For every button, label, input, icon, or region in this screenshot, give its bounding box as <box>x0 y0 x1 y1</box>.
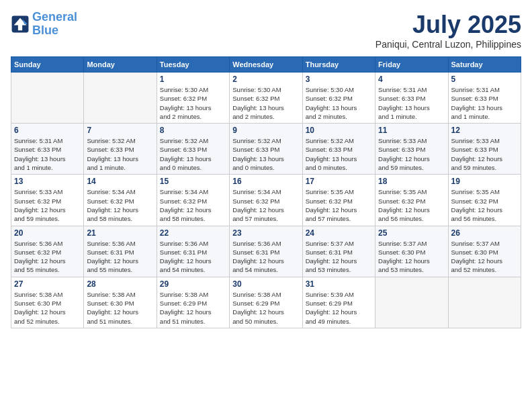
day-number: 5 <box>451 75 518 84</box>
day-info: Sunrise: 5:30 AM Sunset: 6:32 PM Dayligh… <box>306 85 372 121</box>
day-info: Sunrise: 5:31 AM Sunset: 6:33 PM Dayligh… <box>451 85 518 121</box>
calendar-cell: 9Sunrise: 5:32 AM Sunset: 6:33 PM Daylig… <box>230 124 302 175</box>
calendar-cell: 5Sunrise: 5:31 AM Sunset: 6:33 PM Daylig… <box>448 73 521 124</box>
day-number: 28 <box>87 279 153 289</box>
calendar-cell: 30Sunrise: 5:38 AM Sunset: 6:29 PM Dayli… <box>230 277 302 328</box>
day-info: Sunrise: 5:39 AM Sunset: 6:29 PM Dayligh… <box>306 290 372 326</box>
day-number: 25 <box>378 228 445 238</box>
weekday-row: SundayMondayTuesdayWednesdayThursdayFrid… <box>11 57 521 73</box>
calendar-cell: 23Sunrise: 5:36 AM Sunset: 6:31 PM Dayli… <box>230 226 302 277</box>
day-number: 30 <box>232 279 299 289</box>
day-info: Sunrise: 5:33 AM Sunset: 6:32 PM Dayligh… <box>14 187 81 223</box>
day-info: Sunrise: 5:32 AM Sunset: 6:33 PM Dayligh… <box>87 136 153 172</box>
day-number: 26 <box>451 228 518 238</box>
day-number: 20 <box>14 228 81 238</box>
day-info: Sunrise: 5:32 AM Sunset: 6:33 PM Dayligh… <box>160 136 226 172</box>
day-number: 10 <box>306 126 372 135</box>
day-info: Sunrise: 5:31 AM Sunset: 6:33 PM Dayligh… <box>378 85 445 121</box>
calendar-cell: 21Sunrise: 5:36 AM Sunset: 6:31 PM Dayli… <box>84 226 157 277</box>
calendar-cell: 6Sunrise: 5:31 AM Sunset: 6:33 PM Daylig… <box>11 124 84 175</box>
calendar-cell: 20Sunrise: 5:36 AM Sunset: 6:32 PM Dayli… <box>11 226 84 277</box>
calendar-table: SundayMondayTuesdayWednesdayThursdayFrid… <box>11 56 521 328</box>
day-number: 24 <box>306 228 372 238</box>
calendar-cell: 27Sunrise: 5:38 AM Sunset: 6:30 PM Dayli… <box>11 277 84 328</box>
calendar-cell: 10Sunrise: 5:32 AM Sunset: 6:33 PM Dayli… <box>302 124 375 175</box>
day-number: 11 <box>378 126 445 135</box>
calendar-week-2: 6Sunrise: 5:31 AM Sunset: 6:33 PM Daylig… <box>11 124 521 175</box>
day-info: Sunrise: 5:37 AM Sunset: 6:30 PM Dayligh… <box>378 239 445 275</box>
calendar-cell <box>448 277 521 328</box>
weekday-header-monday: Monday <box>84 57 157 73</box>
page-header: General Blue July 2025 Paniqui, Central … <box>11 11 521 50</box>
calendar-cell: 1Sunrise: 5:30 AM Sunset: 6:32 PM Daylig… <box>157 73 229 124</box>
month-title: July 2025 <box>375 11 521 39</box>
day-number: 6 <box>14 126 81 135</box>
calendar-week-3: 13Sunrise: 5:33 AM Sunset: 6:32 PM Dayli… <box>11 175 521 226</box>
calendar-cell: 26Sunrise: 5:37 AM Sunset: 6:30 PM Dayli… <box>448 226 521 277</box>
day-info: Sunrise: 5:32 AM Sunset: 6:33 PM Dayligh… <box>306 136 372 172</box>
day-number: 16 <box>232 177 299 186</box>
day-number: 12 <box>451 126 518 135</box>
day-info: Sunrise: 5:38 AM Sunset: 6:29 PM Dayligh… <box>232 290 299 326</box>
calendar-cell: 11Sunrise: 5:33 AM Sunset: 6:33 PM Dayli… <box>375 124 448 175</box>
weekday-header-sunday: Sunday <box>11 57 84 73</box>
title-block: July 2025 Paniqui, Central Luzon, Philip… <box>375 11 521 50</box>
calendar-week-5: 27Sunrise: 5:38 AM Sunset: 6:30 PM Dayli… <box>11 277 521 328</box>
day-info: Sunrise: 5:33 AM Sunset: 6:33 PM Dayligh… <box>378 136 445 172</box>
day-number: 9 <box>232 126 299 135</box>
day-info: Sunrise: 5:34 AM Sunset: 6:32 PM Dayligh… <box>232 187 299 223</box>
day-info: Sunrise: 5:38 AM Sunset: 6:30 PM Dayligh… <box>87 290 153 326</box>
day-number: 21 <box>87 228 153 238</box>
day-number: 7 <box>87 126 153 135</box>
calendar-cell: 3Sunrise: 5:30 AM Sunset: 6:32 PM Daylig… <box>302 73 375 124</box>
day-info: Sunrise: 5:38 AM Sunset: 6:29 PM Dayligh… <box>160 290 226 326</box>
logo-line1: General <box>32 10 77 24</box>
day-info: Sunrise: 5:35 AM Sunset: 6:32 PM Dayligh… <box>306 187 372 223</box>
calendar-header: SundayMondayTuesdayWednesdayThursdayFrid… <box>11 57 521 73</box>
calendar-cell: 22Sunrise: 5:36 AM Sunset: 6:31 PM Dayli… <box>157 226 229 277</box>
day-number: 27 <box>14 279 81 289</box>
calendar-cell: 2Sunrise: 5:30 AM Sunset: 6:32 PM Daylig… <box>230 73 302 124</box>
calendar-cell: 13Sunrise: 5:33 AM Sunset: 6:32 PM Dayli… <box>11 175 84 226</box>
day-info: Sunrise: 5:37 AM Sunset: 6:31 PM Dayligh… <box>306 239 372 275</box>
day-info: Sunrise: 5:30 AM Sunset: 6:32 PM Dayligh… <box>160 85 226 121</box>
day-info: Sunrise: 5:35 AM Sunset: 6:32 PM Dayligh… <box>378 187 445 223</box>
calendar-cell: 4Sunrise: 5:31 AM Sunset: 6:33 PM Daylig… <box>375 73 448 124</box>
calendar-cell: 19Sunrise: 5:35 AM Sunset: 6:32 PM Dayli… <box>448 175 521 226</box>
day-number: 2 <box>232 75 299 84</box>
calendar-cell: 24Sunrise: 5:37 AM Sunset: 6:31 PM Dayli… <box>302 226 375 277</box>
calendar-cell: 25Sunrise: 5:37 AM Sunset: 6:30 PM Dayli… <box>375 226 448 277</box>
logo-line2: Blue <box>32 24 58 37</box>
calendar-cell: 7Sunrise: 5:32 AM Sunset: 6:33 PM Daylig… <box>84 124 157 175</box>
calendar-cell: 16Sunrise: 5:34 AM Sunset: 6:32 PM Dayli… <box>230 175 302 226</box>
day-info: Sunrise: 5:36 AM Sunset: 6:31 PM Dayligh… <box>232 239 299 275</box>
day-number: 19 <box>451 177 518 186</box>
day-number: 14 <box>87 177 153 186</box>
calendar-cell <box>375 277 448 328</box>
day-number: 4 <box>378 75 445 84</box>
location-title: Paniqui, Central Luzon, Philippines <box>375 39 521 50</box>
day-info: Sunrise: 5:34 AM Sunset: 6:32 PM Dayligh… <box>87 187 153 223</box>
day-number: 22 <box>160 228 226 238</box>
calendar-cell: 12Sunrise: 5:33 AM Sunset: 6:33 PM Dayli… <box>448 124 521 175</box>
calendar-cell: 31Sunrise: 5:39 AM Sunset: 6:29 PM Dayli… <box>302 277 375 328</box>
weekday-header-thursday: Thursday <box>302 57 375 73</box>
day-info: Sunrise: 5:32 AM Sunset: 6:33 PM Dayligh… <box>232 136 299 172</box>
day-number: 31 <box>306 279 372 289</box>
day-info: Sunrise: 5:31 AM Sunset: 6:33 PM Dayligh… <box>14 136 81 172</box>
logo-text: General Blue <box>32 11 77 38</box>
day-info: Sunrise: 5:36 AM Sunset: 6:31 PM Dayligh… <box>87 239 153 275</box>
day-number: 18 <box>378 177 445 186</box>
day-info: Sunrise: 5:33 AM Sunset: 6:33 PM Dayligh… <box>451 136 518 172</box>
day-info: Sunrise: 5:37 AM Sunset: 6:30 PM Dayligh… <box>451 239 518 275</box>
day-info: Sunrise: 5:30 AM Sunset: 6:32 PM Dayligh… <box>232 85 299 121</box>
day-number: 1 <box>160 75 226 84</box>
day-info: Sunrise: 5:35 AM Sunset: 6:32 PM Dayligh… <box>451 187 518 223</box>
calendar-cell: 28Sunrise: 5:38 AM Sunset: 6:30 PM Dayli… <box>84 277 157 328</box>
calendar-cell: 8Sunrise: 5:32 AM Sunset: 6:33 PM Daylig… <box>157 124 229 175</box>
calendar-week-4: 20Sunrise: 5:36 AM Sunset: 6:32 PM Dayli… <box>11 226 521 277</box>
day-number: 29 <box>160 279 226 289</box>
calendar-cell: 18Sunrise: 5:35 AM Sunset: 6:32 PM Dayli… <box>375 175 448 226</box>
calendar-cell <box>84 73 157 124</box>
weekday-header-wednesday: Wednesday <box>230 57 302 73</box>
